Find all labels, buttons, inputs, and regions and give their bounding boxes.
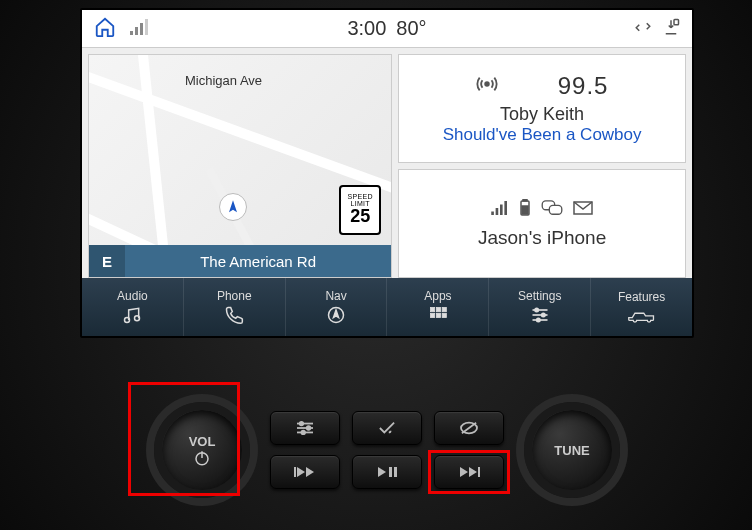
svg-point-38 (301, 431, 305, 435)
nav-nav[interactable]: Nav (286, 278, 388, 336)
svg-rect-14 (549, 205, 561, 214)
svg-rect-43 (394, 467, 397, 477)
svg-point-5 (485, 82, 489, 86)
svg-point-30 (536, 318, 539, 321)
battery-icon (519, 199, 531, 221)
hardware-panel: VOL TUNE (80, 380, 694, 520)
svg-rect-22 (430, 313, 434, 317)
svg-point-16 (125, 318, 130, 323)
nav-audio[interactable]: Audio (82, 278, 184, 336)
svg-rect-8 (500, 204, 503, 215)
hw-sliders-button[interactable] (270, 411, 340, 445)
hw-prev-button[interactable] (270, 455, 340, 489)
signal-icon (130, 19, 150, 39)
hw-next-button[interactable] (434, 455, 504, 489)
bottom-nav: Audio Phone Nav Apps Settings Features (82, 278, 692, 336)
messages-icon (541, 200, 563, 220)
sync-icon[interactable] (634, 18, 652, 40)
speed-limit-sign: SPEED LIMIT 25 (339, 185, 381, 235)
status-bar: 3:00 80° (82, 10, 692, 48)
svg-rect-2 (140, 23, 143, 35)
svg-point-37 (307, 426, 311, 430)
volume-knob[interactable]: VOL (154, 402, 250, 498)
home-icon[interactable] (94, 16, 116, 42)
clock: 3:00 (347, 17, 386, 40)
svg-rect-0 (130, 31, 133, 35)
radio-card[interactable]: 99.5 Toby Keith Should've Been a Cowboy (398, 54, 686, 163)
radio-frequency: 99.5 (558, 72, 609, 100)
svg-point-29 (541, 313, 544, 316)
svg-rect-4 (674, 19, 679, 24)
svg-rect-24 (442, 313, 446, 317)
svg-rect-44 (478, 467, 480, 477)
mail-icon (573, 201, 593, 219)
hw-note-button[interactable] (352, 411, 422, 445)
svg-point-36 (300, 422, 304, 426)
map-pane[interactable]: Michigan Ave SPEED LIMIT 25 E The Americ… (88, 54, 392, 278)
svg-rect-19 (430, 308, 434, 312)
svg-rect-9 (504, 201, 507, 215)
nav-apps[interactable]: Apps (387, 278, 489, 336)
tune-knob[interactable]: TUNE (524, 402, 620, 498)
radio-song: Should've Been a Cowboy (443, 125, 642, 145)
svg-rect-3 (145, 19, 148, 35)
nav-features[interactable]: Features (591, 278, 692, 336)
svg-rect-6 (491, 211, 494, 215)
nav-settings[interactable]: Settings (489, 278, 591, 336)
svg-rect-42 (389, 467, 392, 477)
main-area: Michigan Ave SPEED LIMIT 25 E The Americ… (82, 48, 692, 278)
power-icon (193, 449, 211, 467)
street-label: Michigan Ave (185, 73, 262, 88)
svg-rect-23 (436, 313, 440, 317)
svg-rect-41 (294, 467, 296, 477)
heading: E (89, 245, 125, 277)
current-road-bar: E The American Rd (89, 245, 391, 277)
infotainment-screen: 3:00 80° Michigan Ave SPEED LIM (80, 8, 694, 338)
temperature: 80° (396, 17, 426, 40)
svg-rect-20 (436, 308, 440, 312)
svg-rect-21 (442, 308, 446, 312)
lock-download-icon[interactable] (662, 18, 680, 40)
hw-mute-button[interactable] (434, 411, 504, 445)
radio-signal-icon (476, 73, 498, 100)
svg-point-28 (535, 308, 538, 311)
vehicle-arrow-icon (219, 193, 247, 221)
svg-rect-1 (135, 27, 138, 35)
road-name: The American Rd (125, 253, 391, 270)
phone-card[interactable]: Jason's iPhone (398, 169, 686, 278)
phone-device-name: Jason's iPhone (478, 227, 606, 249)
svg-rect-11 (523, 199, 527, 201)
svg-point-17 (135, 316, 140, 321)
phone-signal-icon (491, 201, 509, 219)
radio-artist: Toby Keith (500, 104, 584, 125)
svg-rect-12 (522, 206, 528, 214)
nav-phone[interactable]: Phone (184, 278, 286, 336)
svg-rect-7 (496, 208, 499, 215)
hw-play-pause-button[interactable] (352, 455, 422, 489)
